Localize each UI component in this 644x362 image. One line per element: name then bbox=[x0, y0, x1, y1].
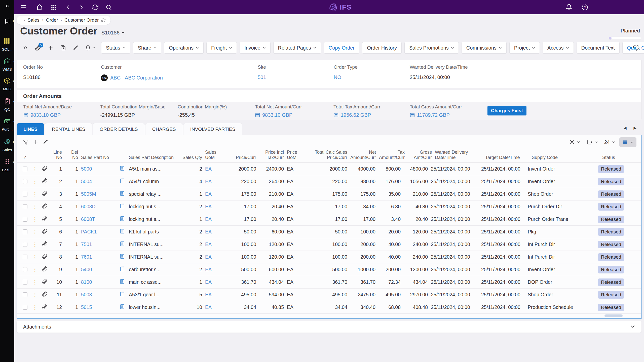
cell-link[interactable]: 5005M bbox=[81, 191, 96, 197]
toolbar-commissions-button[interactable]: Commissions bbox=[462, 42, 507, 54]
cell-link[interactable]: EA bbox=[205, 216, 212, 222]
breadcrumb-customer-order[interactable]: Customer Order bbox=[64, 17, 99, 23]
row-menu-icon[interactable]: ⋮ bbox=[31, 242, 39, 247]
row-attachment-icon[interactable] bbox=[39, 228, 50, 235]
row-checkbox[interactable] bbox=[23, 167, 27, 171]
row-menu-icon[interactable]: ⋮ bbox=[31, 254, 39, 260]
breadcrumb-refresh-icon[interactable] bbox=[101, 18, 105, 22]
table-row[interactable]: ⋮115000A5/1 main as...2EA2000.002400.00E… bbox=[17, 163, 641, 175]
notify-bell-menu[interactable] bbox=[83, 42, 97, 53]
row-menu-icon[interactable]: ⋮ bbox=[31, 217, 39, 222]
row-attachment-icon[interactable] bbox=[39, 203, 50, 210]
table-row[interactable]: ⋮1215015lower housin...10EA34.0440.85EA3… bbox=[17, 301, 641, 314]
tab-rental-lines[interactable]: RENTAL LINES bbox=[45, 123, 92, 135]
filter-icon[interactable] bbox=[21, 137, 31, 147]
line-note-icon[interactable] bbox=[120, 191, 125, 196]
toolbar-order-history-button[interactable]: Order History bbox=[362, 42, 402, 54]
sidebar-item-qc[interactable]: QC› bbox=[0, 98, 14, 112]
toolbar-sales-promotions-button[interactable]: Sales Promotions bbox=[404, 42, 459, 54]
amount-value[interactable]: 1956.62 GBP bbox=[333, 112, 410, 118]
toolbar-access-button[interactable]: Access bbox=[543, 42, 574, 54]
table-row[interactable]: ⋮215004A54/1 column4EA220.00264.00EA220.… bbox=[17, 175, 641, 188]
amount-value[interactable]: 9833.10 GBP bbox=[23, 112, 100, 118]
add-row-icon[interactable] bbox=[31, 137, 41, 147]
back-icon[interactable] bbox=[62, 2, 74, 13]
row-checkbox[interactable] bbox=[23, 242, 27, 247]
line-note-icon[interactable] bbox=[120, 304, 125, 309]
cell-link[interactable]: 5400 bbox=[81, 267, 92, 272]
cell-link[interactable]: EA bbox=[205, 292, 212, 297]
breadcrumb-sales[interactable]: Sales bbox=[27, 17, 40, 23]
row-menu-icon[interactable]: ⋮ bbox=[31, 204, 39, 209]
tab-involved-parties[interactable]: INVOLVED PARTIES bbox=[183, 123, 242, 135]
cell-link[interactable]: EA bbox=[205, 267, 212, 272]
line-note-icon[interactable] bbox=[120, 203, 125, 209]
row-attachment-icon[interactable] bbox=[39, 191, 50, 197]
search-icon[interactable] bbox=[103, 2, 115, 13]
table-settings-menu[interactable] bbox=[567, 139, 582, 145]
table-row[interactable]: ⋮416008Dlocking nut s...2EA17.0020.40EA1… bbox=[17, 200, 641, 213]
table-export-menu[interactable] bbox=[585, 139, 600, 145]
sidebar-item-basi[interactable]: Basi...› bbox=[0, 158, 14, 172]
notifications-bell-icon[interactable] bbox=[563, 2, 575, 13]
toolbar-freight-button[interactable]: Freight bbox=[206, 42, 237, 54]
home-icon[interactable] bbox=[33, 2, 45, 13]
row-checkbox[interactable] bbox=[23, 280, 27, 285]
row-attachment-icon[interactable] bbox=[39, 291, 50, 298]
cell-link[interactable]: EA bbox=[205, 242, 212, 247]
cell-link[interactable]: EA bbox=[205, 204, 212, 209]
cell-link[interactable]: EA bbox=[205, 179, 212, 184]
amount-value[interactable]: 9833.10 GBP bbox=[255, 112, 333, 118]
attachment-paperclip-icon[interactable] bbox=[42, 266, 48, 272]
toolbar-project-button[interactable]: Project bbox=[509, 42, 540, 54]
field-value-text[interactable]: 501 bbox=[258, 74, 266, 80]
toolbar-invoice-button[interactable]: Invoice bbox=[240, 42, 270, 54]
breadcrumb-order[interactable]: Order bbox=[46, 17, 58, 23]
hamburger-menu-icon[interactable] bbox=[18, 2, 29, 13]
order-id-selector[interactable]: S10186 bbox=[101, 30, 125, 36]
cell-link[interactable]: 6008T bbox=[81, 216, 95, 222]
row-checkbox[interactable] bbox=[23, 292, 27, 297]
row-menu-icon[interactable]: ⋮ bbox=[31, 179, 39, 184]
line-note-icon[interactable] bbox=[120, 178, 125, 184]
row-menu-icon[interactable]: ⋮ bbox=[31, 191, 39, 197]
sidebar-item-sol[interactable]: SOL... bbox=[0, 37, 14, 51]
cell-link[interactable]: 5004 bbox=[81, 179, 92, 184]
attachment-paperclip-icon[interactable] bbox=[42, 279, 48, 284]
add-icon[interactable] bbox=[45, 42, 56, 53]
favorite-heart-icon[interactable] bbox=[633, 45, 639, 52]
toolbar-copy-order-button[interactable]: Copy Order bbox=[324, 42, 359, 54]
rail-bookmark-button[interactable]: › bbox=[0, 18, 14, 24]
table-row[interactable]: ⋮915400carburettor s...2EA500.00600.00EA… bbox=[17, 263, 641, 276]
row-menu-icon[interactable]: ⋮ bbox=[31, 279, 39, 285]
cell-link[interactable]: 7601 bbox=[81, 254, 92, 260]
cell-link[interactable]: EA bbox=[205, 229, 212, 234]
cell-link[interactable]: 5000 bbox=[81, 166, 92, 172]
cell-link[interactable]: 5015 bbox=[81, 304, 92, 310]
charges-exist-button[interactable]: Charges Exist bbox=[487, 106, 526, 115]
tab-charges[interactable]: CHARGES bbox=[145, 123, 183, 135]
cell-link[interactable]: EA bbox=[205, 166, 212, 172]
row-attachment-icon[interactable] bbox=[39, 266, 50, 273]
row-menu-icon[interactable]: ⋮ bbox=[31, 267, 39, 272]
cell-link[interactable]: 6008D bbox=[81, 204, 95, 209]
attachment-paperclip-icon[interactable] bbox=[42, 228, 48, 234]
field-value-text[interactable]: ABC - ABC Corporation bbox=[110, 75, 163, 81]
attachment-paperclip-icon[interactable] bbox=[42, 241, 48, 247]
forward-icon[interactable] bbox=[76, 2, 87, 13]
cell-link[interactable]: EA bbox=[205, 254, 212, 260]
sidebar-item-sales[interactable]: $Sales› bbox=[0, 138, 14, 152]
attachment-paperclip-icon[interactable] bbox=[42, 191, 48, 196]
table-row[interactable]: ⋮817601INTERNAL su...2EA100.00120.00EA10… bbox=[17, 251, 641, 263]
edit-rows-icon[interactable] bbox=[41, 137, 51, 147]
horizontal-scrollbar-thumb[interactable] bbox=[604, 314, 623, 317]
row-checkbox[interactable] bbox=[23, 179, 27, 184]
row-menu-icon[interactable]: ⋮ bbox=[31, 166, 39, 172]
row-checkbox[interactable] bbox=[23, 229, 27, 234]
row-attachment-icon[interactable] bbox=[39, 304, 50, 311]
row-attachment-icon[interactable] bbox=[39, 178, 50, 185]
line-note-icon[interactable] bbox=[120, 266, 125, 272]
line-note-icon[interactable] bbox=[120, 254, 125, 259]
line-note-icon[interactable] bbox=[120, 241, 125, 247]
line-note-icon[interactable] bbox=[120, 166, 125, 171]
